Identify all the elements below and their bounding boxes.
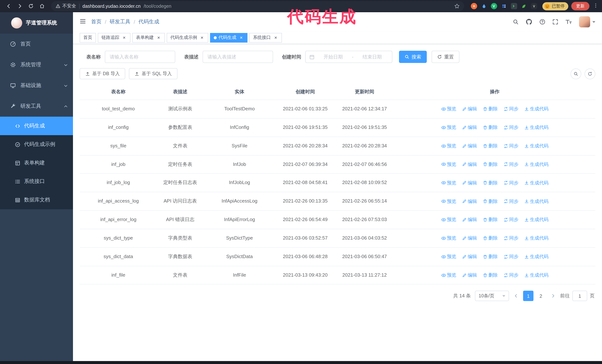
tab-代码生成[interactable]: 代码生成× bbox=[210, 33, 247, 42]
row-action-edit[interactable]: 编辑 bbox=[462, 161, 477, 168]
row-action-sync[interactable]: 同步 bbox=[503, 161, 518, 168]
prev-page-button[interactable] bbox=[513, 294, 519, 298]
row-action-generate-code[interactable]: 生成代码 bbox=[524, 217, 548, 223]
sidebar-item-infrastructure[interactable]: 基础设施 bbox=[0, 75, 73, 96]
row-action-sync[interactable]: 同步 bbox=[503, 253, 518, 260]
sidebar-item-dev-tools[interactable]: 研发工具 bbox=[0, 96, 73, 117]
row-action-generate-code[interactable]: 生成代码 bbox=[524, 198, 548, 205]
row-action-preview[interactable]: 预览 bbox=[441, 253, 456, 260]
sidebar-item-codegen-example[interactable]: 代码生成示例 bbox=[0, 135, 73, 154]
browser-back-button[interactable] bbox=[4, 1, 13, 11]
github-icon[interactable] bbox=[526, 19, 532, 25]
row-action-preview[interactable]: 预览 bbox=[441, 124, 456, 131]
sidebar-item-codegen[interactable]: 代码生成 bbox=[0, 117, 73, 135]
sidebar-item-system-management[interactable]: 系统管理 bbox=[0, 54, 73, 75]
row-action-delete[interactable]: 删除 bbox=[483, 217, 498, 223]
row-action-sync[interactable]: 同步 bbox=[503, 198, 518, 205]
help-icon[interactable] bbox=[539, 19, 545, 25]
tab-close-icon[interactable]: × bbox=[121, 35, 127, 40]
row-action-preview[interactable]: 预览 bbox=[441, 217, 456, 223]
row-action-generate-code[interactable]: 生成代码 bbox=[524, 161, 548, 168]
row-action-edit[interactable]: 编辑 bbox=[462, 272, 477, 279]
extension-icon-green-v[interactable]: V bbox=[491, 3, 497, 9]
row-action-edit[interactable]: 编辑 bbox=[462, 217, 477, 223]
import-sql-button[interactable]: 基于 SQL 导入 bbox=[129, 68, 177, 79]
row-action-preview[interactable]: 预览 bbox=[441, 106, 456, 112]
tab-首页[interactable]: 首页 bbox=[80, 33, 96, 42]
row-action-delete[interactable]: 删除 bbox=[483, 143, 498, 149]
row-action-sync[interactable]: 同步 bbox=[503, 143, 518, 149]
sidebar-item-home[interactable]: 首页 bbox=[0, 34, 73, 54]
row-action-delete[interactable]: 删除 bbox=[483, 235, 498, 242]
row-action-preview[interactable]: 预览 bbox=[441, 272, 456, 279]
row-action-generate-code[interactable]: 生成代码 bbox=[524, 106, 548, 112]
page-number-2[interactable]: 2 bbox=[536, 291, 546, 301]
tab-表单构建[interactable]: 表单构建× bbox=[132, 33, 165, 42]
row-action-edit[interactable]: 编辑 bbox=[462, 253, 477, 260]
tab-代码生成示例[interactable]: 代码生成示例× bbox=[167, 33, 208, 42]
row-action-delete[interactable]: 删除 bbox=[483, 161, 498, 168]
row-action-sync[interactable]: 同步 bbox=[503, 272, 518, 279]
page-size-select[interactable]: 10条/页 bbox=[475, 291, 509, 301]
row-action-edit[interactable]: 编辑 bbox=[462, 179, 477, 186]
extension-icon-orange[interactable] bbox=[471, 3, 477, 9]
header-search-icon[interactable] bbox=[513, 19, 519, 25]
search-button[interactable]: 搜索 bbox=[399, 51, 427, 63]
profile-paused-badge[interactable]: 已暂停 bbox=[542, 2, 568, 10]
row-action-edit[interactable]: 编辑 bbox=[462, 198, 477, 205]
tab-close-icon[interactable]: × bbox=[156, 35, 161, 40]
extension-icon-paw[interactable] bbox=[531, 3, 537, 9]
row-action-preview[interactable]: 预览 bbox=[441, 143, 456, 149]
table-name-input[interactable] bbox=[105, 51, 175, 63]
not-secure-chip[interactable]: 不安全 bbox=[55, 3, 76, 9]
app-logo[interactable]: 芋道管理系统 bbox=[0, 12, 73, 34]
row-action-edit[interactable]: 编辑 bbox=[462, 143, 477, 149]
row-action-sync[interactable]: 同步 bbox=[503, 106, 518, 112]
row-action-generate-code[interactable]: 生成代码 bbox=[524, 179, 548, 186]
row-action-delete[interactable]: 删除 bbox=[483, 124, 498, 131]
tab-close-icon[interactable]: × bbox=[199, 35, 204, 40]
sidebar-item-form-builder[interactable]: 表单构建 bbox=[0, 154, 73, 172]
browser-home-button[interactable] bbox=[37, 1, 47, 11]
refresh-table-button[interactable] bbox=[585, 68, 595, 79]
browser-update-button[interactable]: 更新 bbox=[571, 2, 589, 10]
breadcrumb-home[interactable]: 首页 bbox=[91, 19, 101, 25]
page-number-1[interactable]: 1 bbox=[523, 291, 533, 301]
row-action-preview[interactable]: 预览 bbox=[441, 179, 456, 186]
row-action-generate-code[interactable]: 生成代码 bbox=[524, 143, 548, 149]
row-action-delete[interactable]: 删除 bbox=[483, 198, 498, 205]
row-action-edit[interactable]: 编辑 bbox=[462, 235, 477, 242]
row-action-sync[interactable]: 同步 bbox=[503, 124, 518, 131]
row-action-sync[interactable]: 同步 bbox=[503, 179, 518, 186]
fullscreen-icon[interactable] bbox=[552, 19, 558, 25]
create-time-range-picker[interactable]: 开始日期 - 结束日期 bbox=[305, 51, 392, 63]
row-action-delete[interactable]: 删除 bbox=[483, 106, 498, 112]
user-menu[interactable] bbox=[579, 16, 595, 27]
reset-button[interactable]: 重置 bbox=[431, 51, 459, 63]
tab-close-icon[interactable]: × bbox=[273, 35, 278, 40]
sidebar-item-system-api[interactable]: 系统接口 bbox=[0, 172, 73, 191]
row-action-edit[interactable]: 编辑 bbox=[462, 124, 477, 131]
row-action-sync[interactable]: 同步 bbox=[503, 217, 518, 223]
font-size-icon[interactable] bbox=[565, 19, 572, 25]
extension-icon-people-grid[interactable] bbox=[501, 3, 507, 9]
sidebar-item-db-doc[interactable]: 数据库文档 bbox=[0, 191, 73, 209]
row-action-delete[interactable]: 删除 bbox=[483, 179, 498, 186]
row-action-generate-code[interactable]: 生成代码 bbox=[524, 124, 548, 131]
row-action-delete[interactable]: 删除 bbox=[483, 253, 498, 260]
row-action-preview[interactable]: 预览 bbox=[441, 161, 456, 168]
show-search-toggle-button[interactable] bbox=[570, 68, 581, 79]
tab-系统接口[interactable]: 系统接口× bbox=[249, 33, 282, 42]
next-page-button[interactable] bbox=[550, 294, 556, 298]
goto-page-input[interactable] bbox=[572, 291, 587, 301]
row-action-generate-code[interactable]: 生成代码 bbox=[524, 253, 548, 260]
address-bar[interactable]: 不安全 dashboard.yudao.iocoder.cn/tool/code… bbox=[51, 1, 464, 11]
breadcrumb-dev-tools[interactable]: 研发工具 bbox=[110, 19, 130, 25]
sidebar-collapse-button[interactable] bbox=[80, 18, 86, 26]
row-action-generate-code[interactable]: 生成代码 bbox=[524, 272, 548, 279]
tab-close-icon[interactable]: × bbox=[239, 35, 244, 40]
browser-forward-button[interactable] bbox=[15, 1, 24, 11]
browser-menu-icon[interactable] bbox=[593, 3, 598, 10]
row-action-delete[interactable]: 删除 bbox=[483, 272, 498, 279]
row-action-preview[interactable]: 预览 bbox=[441, 235, 456, 242]
